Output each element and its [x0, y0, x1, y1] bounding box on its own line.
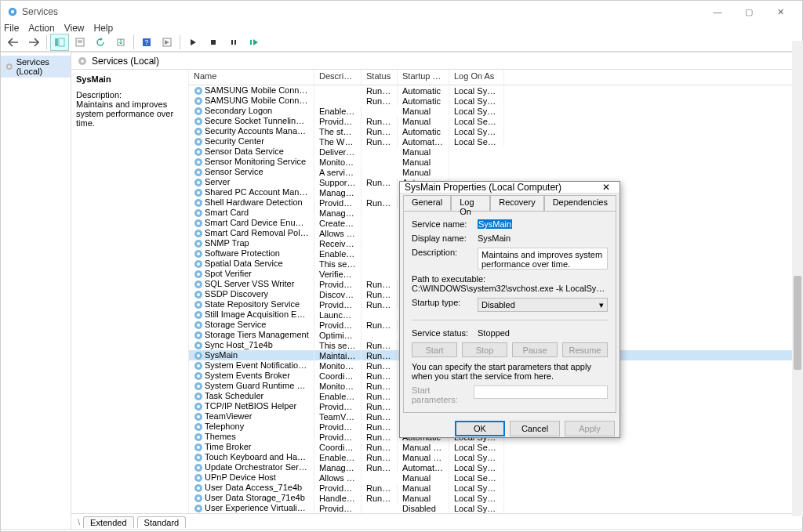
gear-icon [5, 62, 13, 71]
description-text: Maintains and improves system performanc… [76, 100, 183, 128]
svg-point-100 [197, 497, 200, 500]
menu-view[interactable]: View [64, 23, 85, 34]
stop-button[interactable]: Stop [462, 342, 507, 357]
tab-extended[interactable]: Extended [83, 516, 133, 528]
svg-point-42 [197, 201, 200, 204]
action-button[interactable] [158, 34, 176, 51]
tree-root-item[interactable]: Services (Local) [1, 56, 71, 78]
help-button[interactable]: ? [137, 34, 156, 51]
start-service-button[interactable] [183, 34, 202, 51]
svg-point-72 [197, 354, 200, 357]
col-status[interactable]: Status [362, 70, 398, 85]
export-button[interactable] [111, 34, 130, 51]
chevron-down-icon: ▾ [599, 300, 604, 310]
dialog-titlebar: SysMain Properties (Local Computer) ✕ [400, 182, 620, 194]
dialog-footer: OK Cancel Apply [400, 416, 620, 441]
svg-point-92 [197, 456, 200, 459]
window-scrollbar[interactable] [792, 41, 803, 516]
table-row[interactable]: Sensor Data ServiceDelivers dat...Manual [189, 147, 802, 157]
table-row[interactable]: SAMSUNG Mobile Connecti...RunningAutomat… [189, 96, 802, 106]
table-row[interactable]: Security CenterThe WSCSVC...RunningAutom… [189, 136, 802, 147]
nav-back-button[interactable] [4, 34, 23, 51]
show-hide-tree-button[interactable] [50, 34, 69, 51]
menu-file[interactable]: File [4, 23, 19, 34]
value-description[interactable]: Maintains and improves system performanc… [478, 248, 608, 270]
table-row[interactable]: UPnP Device HostAllows UPnP ...ManualLoc… [189, 472, 802, 483]
properties-button[interactable] [71, 34, 89, 51]
svg-point-70 [197, 344, 200, 347]
minimize-button[interactable]: — [702, 1, 733, 23]
table-row[interactable]: Sensor Monitoring ServiceMonitors va...M… [189, 157, 802, 167]
menu-action[interactable]: Action [28, 23, 54, 34]
col-name[interactable]: Name [189, 70, 314, 85]
svg-point-28 [197, 130, 200, 133]
svg-point-102 [197, 507, 200, 510]
maximize-button[interactable]: ▢ [733, 1, 765, 23]
scrollbar-thumb[interactable] [794, 276, 801, 370]
tab-recovery[interactable]: Recovery [490, 195, 543, 211]
nav-forward-button[interactable] [24, 34, 43, 51]
col-description[interactable]: Description [314, 70, 362, 85]
svg-point-52 [197, 252, 200, 255]
dialog-close-button[interactable]: ✕ [598, 182, 615, 193]
svg-point-58 [197, 283, 200, 286]
table-row[interactable]: Sensor ServiceA service for ...Manual [189, 167, 802, 177]
table-row[interactable]: Security Accounts ManagerThe startup ...… [189, 126, 802, 136]
refresh-button[interactable] [91, 34, 110, 51]
table-row[interactable]: User Experience VirtualizationProvides s… [189, 503, 802, 513]
startup-type-value: Disabled [481, 300, 515, 309]
description-label: Description: [76, 90, 183, 100]
table-row[interactable]: Secure Socket Tunneling Pro...Provides s… [189, 116, 802, 126]
table-row[interactable]: User Data Access_71e4bProvides ap...Runn… [189, 483, 802, 493]
svg-point-76 [197, 375, 200, 378]
table-row[interactable]: Touch Keyboard and Handw...Enables Tou..… [189, 452, 802, 462]
svg-point-78 [197, 385, 200, 388]
resume-button[interactable]: Resume [562, 342, 608, 357]
svg-rect-3 [59, 38, 64, 46]
pause-button[interactable]: Pause [512, 342, 558, 357]
start-button[interactable]: Start [412, 342, 457, 357]
table-row[interactable]: Secondary LogonEnables start...ManualLoc… [189, 106, 802, 116]
svg-point-48 [197, 232, 200, 235]
table-row[interactable]: SAMSUNG Mobile Connecti...RunningAutomat… [189, 85, 802, 96]
ok-button[interactable]: OK [455, 421, 505, 436]
svg-point-40 [197, 191, 200, 194]
cancel-button[interactable]: Cancel [510, 421, 560, 436]
menubar: File Action View Help [1, 23, 802, 34]
start-parameters-input[interactable] [474, 385, 608, 399]
label-path: Path to executable: [412, 274, 608, 284]
svg-point-68 [197, 334, 200, 337]
svg-point-50 [197, 242, 200, 245]
tab-general[interactable]: General [403, 195, 451, 211]
tab-logon[interactable]: Log On [451, 195, 490, 211]
col-startup[interactable]: Startup Type [398, 70, 449, 85]
svg-point-46 [197, 222, 200, 225]
tab-dependencies[interactable]: Dependencies [544, 195, 616, 211]
svg-point-84 [197, 415, 200, 418]
svg-point-38 [197, 181, 200, 184]
label-start-parameters: Start parameters: [412, 385, 471, 404]
table-row[interactable]: User Data Storage_71e4bHandles stor...Ru… [189, 493, 802, 503]
startup-type-select[interactable]: Disabled ▾ [478, 298, 608, 312]
restart-service-button[interactable] [245, 34, 263, 51]
svg-point-62 [197, 303, 200, 306]
col-logon[interactable]: Log On As [449, 70, 504, 85]
svg-rect-13 [234, 40, 236, 45]
main-body: Services (Local) Services (Local) SysMai… [1, 52, 802, 529]
apply-button[interactable]: Apply [565, 421, 615, 436]
svg-point-34 [197, 161, 200, 164]
svg-point-30 [197, 140, 200, 143]
pause-service-button[interactable] [224, 34, 243, 51]
titlebar: Services — ▢ ✕ [1, 1, 802, 23]
svg-point-98 [197, 487, 200, 490]
table-row[interactable]: Time BrokerCoordinates ...RunningManual … [189, 442, 802, 452]
services-app-icon [7, 6, 18, 17]
close-button[interactable]: ✕ [765, 1, 796, 23]
tab-standard[interactable]: Standard [137, 516, 187, 528]
menu-help[interactable]: Help [94, 23, 114, 34]
stop-service-button[interactable] [204, 34, 223, 51]
svg-point-1 [11, 10, 14, 13]
table-row[interactable]: Update Orchestrator ServiceManages Wi...… [189, 462, 802, 472]
svg-rect-12 [231, 40, 233, 45]
svg-point-32 [197, 150, 200, 154]
